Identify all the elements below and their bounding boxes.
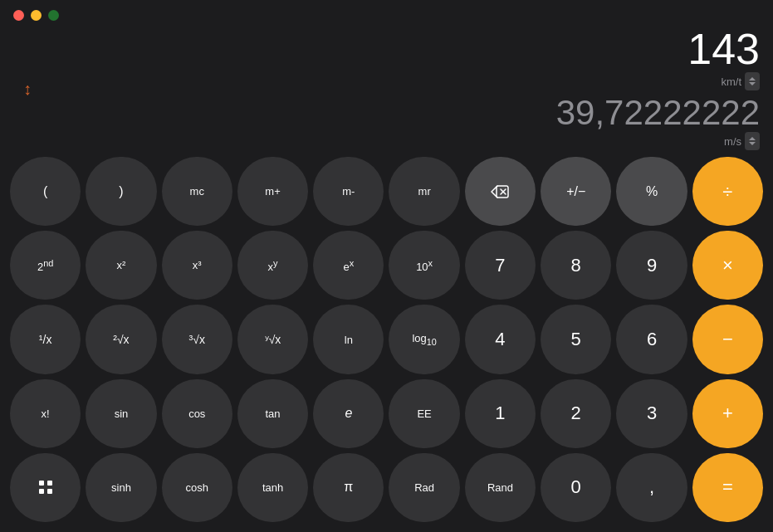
grid-button[interactable] bbox=[10, 453, 81, 522]
mr-button[interactable]: mr bbox=[389, 157, 459, 226]
cos-button[interactable]: cos bbox=[162, 379, 232, 448]
four-button[interactable]: 4 bbox=[465, 305, 536, 373]
tanh-button[interactable]: tanh bbox=[237, 453, 308, 522]
title-bar bbox=[0, 0, 773, 27]
ee-button[interactable]: EE bbox=[389, 379, 459, 448]
nine-button[interactable]: 9 bbox=[616, 231, 687, 300]
maximize-button[interactable] bbox=[48, 10, 59, 21]
svg-marker-1 bbox=[749, 82, 756, 85]
pi-button[interactable]: π bbox=[313, 453, 384, 522]
two-button[interactable]: 2 bbox=[541, 379, 611, 448]
five-button[interactable]: 5 bbox=[541, 305, 611, 373]
sinh-button[interactable]: sinh bbox=[86, 453, 156, 522]
traffic-lights bbox=[13, 10, 59, 21]
tan-button[interactable]: tan bbox=[237, 379, 308, 448]
y-root-button[interactable]: ʸ√x bbox=[237, 305, 308, 373]
open-paren-button[interactable]: ( bbox=[10, 157, 81, 226]
e-to-x-button[interactable]: ex bbox=[313, 231, 384, 300]
equals-button[interactable]: = bbox=[692, 453, 763, 522]
factorial-button[interactable]: x! bbox=[10, 379, 81, 448]
keypad-row-3: ¹/x ²√x ³√x ʸ√x ln log10 4 5 6 − bbox=[10, 305, 763, 373]
keypad-row-2: 2nd x² x³ xy ex 10x 7 8 9 × bbox=[10, 231, 763, 300]
minimize-button[interactable] bbox=[31, 10, 42, 21]
one-button[interactable]: 1 bbox=[465, 379, 536, 448]
plus-minus-button[interactable]: +/− bbox=[541, 157, 611, 226]
keypad-row-4: x! sin cos tan e EE 1 2 3 + bbox=[10, 379, 763, 448]
log10-button[interactable]: log10 bbox=[389, 305, 459, 373]
m-plus-button[interactable]: m+ bbox=[237, 157, 308, 226]
x-cubed-button[interactable]: x³ bbox=[162, 231, 232, 300]
close-button[interactable] bbox=[13, 10, 24, 21]
rad-button[interactable]: Rad bbox=[389, 453, 459, 522]
svg-marker-3 bbox=[749, 142, 756, 145]
keypad-row-5: sinh cosh tanh π Rad Rand 0 , = bbox=[10, 453, 763, 522]
x-squared-button[interactable]: x² bbox=[86, 231, 156, 300]
divide-button[interactable]: ÷ bbox=[692, 157, 763, 226]
primary-display-value: 143 bbox=[687, 27, 760, 71]
svg-rect-8 bbox=[47, 481, 52, 486]
secondary-unit-stepper[interactable] bbox=[745, 132, 760, 150]
svg-marker-2 bbox=[749, 137, 756, 140]
subtract-button[interactable]: − bbox=[692, 305, 763, 373]
three-button[interactable]: 3 bbox=[616, 379, 687, 448]
rand-button[interactable]: Rand bbox=[465, 453, 536, 522]
m-minus-button[interactable]: m- bbox=[313, 157, 384, 226]
sin-button[interactable]: sin bbox=[86, 379, 156, 448]
second-button[interactable]: 2nd bbox=[10, 231, 81, 300]
mc-button[interactable]: mc bbox=[162, 157, 232, 226]
keypad-row-1: ( ) mc m+ m- mr +/− % ÷ bbox=[10, 157, 763, 226]
svg-rect-9 bbox=[39, 489, 44, 494]
seven-button[interactable]: 7 bbox=[465, 231, 536, 300]
close-paren-button[interactable]: ) bbox=[86, 157, 156, 226]
primary-unit-label: km/t bbox=[721, 76, 741, 88]
ln-button[interactable]: ln bbox=[313, 305, 384, 373]
cosh-button[interactable]: cosh bbox=[162, 453, 232, 522]
svg-rect-7 bbox=[39, 481, 44, 486]
six-button[interactable]: 6 bbox=[616, 305, 687, 373]
percent-button[interactable]: % bbox=[616, 157, 687, 226]
multiply-button[interactable]: × bbox=[692, 231, 763, 300]
sort-icon[interactable]: ↕ bbox=[23, 80, 32, 98]
ten-to-x-button[interactable]: 10x bbox=[389, 231, 459, 300]
euler-button[interactable]: e bbox=[313, 379, 384, 448]
x-to-y-button[interactable]: xy bbox=[237, 231, 308, 300]
svg-rect-10 bbox=[47, 489, 52, 494]
zero-button[interactable]: 0 bbox=[541, 453, 611, 522]
primary-unit-stepper[interactable] bbox=[745, 72, 760, 90]
display-area: 143 km/t ↕ 39,72222222 m/s bbox=[0, 27, 773, 150]
one-over-x-button[interactable]: ¹/x bbox=[10, 305, 81, 373]
sqrt-button[interactable]: ²√x bbox=[86, 305, 156, 373]
add-button[interactable]: + bbox=[692, 379, 763, 448]
keypad: ( ) mc m+ m- mr +/− % ÷ 2nd x² x³ xy ex … bbox=[0, 150, 773, 532]
backspace-button[interactable] bbox=[465, 157, 536, 226]
cube-root-button[interactable]: ³√x bbox=[162, 305, 232, 373]
decimal-button[interactable]: , bbox=[616, 453, 687, 522]
eight-button[interactable]: 8 bbox=[541, 231, 611, 300]
secondary-display-value: 39,72222222 bbox=[556, 95, 760, 130]
svg-marker-0 bbox=[749, 77, 756, 81]
secondary-unit-label: m/s bbox=[724, 135, 741, 148]
